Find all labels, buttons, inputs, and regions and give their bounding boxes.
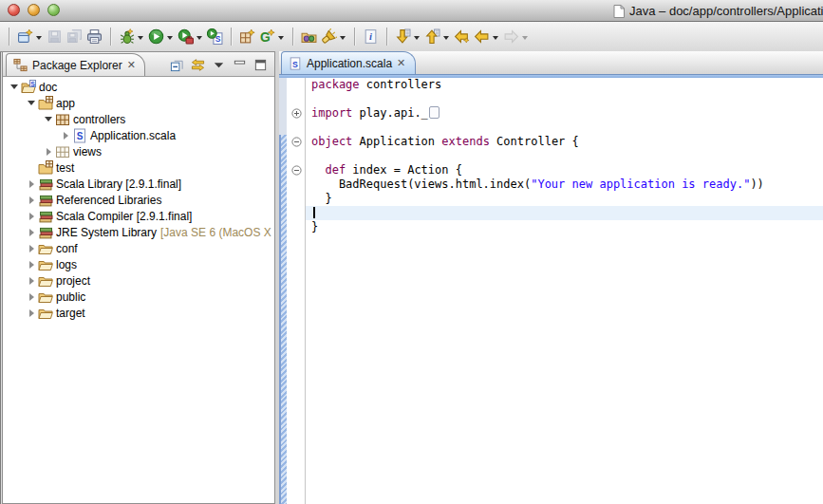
dropdown-arrow-icon[interactable]	[36, 36, 42, 40]
next-annotation-button[interactable]	[393, 25, 422, 48]
minimize-view-button[interactable]	[233, 58, 247, 72]
tree-item-logs[interactable]: logs	[3, 256, 274, 272]
expand-arrow-icon[interactable]	[25, 229, 38, 236]
editor-tabbar: S Application.scala ✕	[279, 51, 823, 74]
code-editor[interactable]: package controllersimport play.api._obje…	[279, 78, 823, 504]
code-line[interactable]: def index = Action {	[287, 163, 823, 177]
fold-marker-icon[interactable]	[287, 106, 306, 121]
traffic-lights	[8, 4, 60, 16]
svg-text:S: S	[30, 80, 35, 86]
tree-item-project[interactable]: project	[3, 272, 274, 289]
expand-arrow-icon[interactable]	[25, 213, 38, 220]
minimize-window-button[interactable]	[28, 4, 40, 16]
back-button[interactable]	[472, 25, 501, 48]
code-line[interactable]	[287, 121, 823, 135]
new-package-wizard-button[interactable]	[237, 25, 257, 48]
tab-package-explorer[interactable]: Package Explorer ✕	[6, 53, 145, 76]
scala-project-icon: S	[21, 80, 36, 95]
search-button[interactable]	[319, 25, 348, 48]
open-plugin-artifact-button[interactable]	[299, 25, 319, 48]
tree-item-views[interactable]: views	[3, 143, 274, 159]
folded-region-box[interactable]	[429, 106, 440, 119]
expand-arrow-icon[interactable]	[25, 101, 38, 105]
expand-arrow-icon[interactable]	[25, 180, 38, 188]
code-line[interactable]	[287, 92, 823, 106]
toggle-mark-occurrences-button[interactable]: i	[361, 25, 381, 48]
expand-arrow-icon[interactable]	[25, 261, 38, 269]
dropdown-arrow-icon[interactable]	[522, 36, 528, 40]
last-edit-location-button[interactable]	[452, 25, 472, 48]
dropdown-arrow-icon[interactable]	[340, 36, 346, 40]
zoom-window-button[interactable]	[47, 4, 60, 16]
package-explorer-tab-label: Package Explorer	[32, 59, 122, 72]
run-history-button[interactable]	[176, 25, 205, 48]
code-line[interactable]	[287, 206, 823, 220]
tree-item-jre-system-library[interactable]: JRE System Library[Java SE 6 (MacOS X De…	[3, 224, 274, 240]
main-toolbar: SGi	[0, 22, 823, 52]
code-line[interactable]: BadRequest(views.html.index("Your new ap…	[287, 177, 823, 192]
dropdown-arrow-icon[interactable]	[138, 36, 143, 40]
fold-ruler-cell	[287, 149, 306, 163]
close-tab-icon[interactable]: ✕	[397, 58, 405, 68]
collapse-all-button[interactable]	[170, 58, 184, 72]
expand-arrow-icon[interactable]	[42, 148, 55, 156]
code-line[interactable]: package controllers	[287, 78, 823, 92]
run-button[interactable]	[146, 25, 176, 48]
new-wizard-g-button[interactable]: G	[257, 25, 287, 48]
tree-item-test[interactable]: test	[3, 159, 274, 176]
expand-arrow-icon[interactable]	[25, 309, 38, 317]
tree-item-referenced-libraries[interactable]: Referenced Libraries	[3, 192, 274, 208]
expand-arrow-icon[interactable]	[25, 196, 38, 204]
expand-arrow-icon[interactable]	[25, 293, 38, 301]
tree-item-conf[interactable]: conf	[3, 240, 274, 256]
expand-arrow-icon[interactable]	[25, 245, 38, 252]
dropdown-arrow-icon[interactable]	[414, 36, 420, 40]
close-view-icon[interactable]: ✕	[127, 60, 136, 70]
package-explorer-tree: SdocappcontrollersSApplication.scalaview…	[3, 77, 274, 503]
tree-item-public[interactable]: public	[3, 289, 274, 305]
code-line[interactable]	[287, 149, 823, 163]
dropdown-arrow-icon[interactable]	[493, 36, 498, 40]
debug-button[interactable]	[117, 25, 146, 48]
view-toolbar	[170, 58, 274, 76]
dropdown-arrow-icon[interactable]	[278, 36, 284, 40]
expand-arrow-icon[interactable]	[25, 277, 38, 285]
tree-item-scala-library-2-9-1-final[interactable]: Scala Library [2.9.1.final]	[3, 176, 274, 192]
expand-arrow-icon[interactable]	[42, 117, 55, 121]
code-line-text: object Application extends Controller {	[306, 135, 823, 149]
tree-item-application-scala[interactable]: SApplication.scala	[3, 127, 274, 143]
save-icon	[47, 28, 63, 45]
maximize-view-button[interactable]	[253, 58, 268, 72]
dropdown-arrow-icon[interactable]	[443, 36, 449, 40]
close-window-button[interactable]	[8, 4, 20, 16]
forward-button	[501, 25, 531, 48]
annotation-ruler[interactable]	[279, 78, 287, 504]
view-menu-button[interactable]	[212, 58, 226, 72]
new-wizard-button[interactable]	[15, 25, 45, 48]
tree-item-scala-compiler-2-9-1-final[interactable]: Scala Compiler [2.9.1.final]	[3, 208, 274, 224]
code-line[interactable]: import play.api._	[287, 106, 823, 121]
tab-application-scala[interactable]: S Application.scala ✕	[281, 51, 416, 74]
expand-arrow-icon[interactable]	[59, 132, 72, 140]
tree-item-target[interactable]: target	[3, 305, 274, 321]
link-with-editor-button[interactable]	[191, 58, 205, 72]
fold-marker-icon[interactable]	[287, 135, 306, 149]
tree-item-doc[interactable]: Sdoc	[3, 79, 274, 95]
previous-annotation-button[interactable]	[422, 25, 452, 48]
title-proxy: Java – doc/app/controllers/Application.s…	[613, 3, 823, 19]
tree-item-app[interactable]: app	[3, 95, 274, 111]
run-scala-application-button[interactable]: S	[205, 25, 225, 48]
tree-item-controllers[interactable]: controllers	[3, 111, 274, 127]
expand-arrow-icon[interactable]	[8, 84, 21, 89]
code-line[interactable]: }	[287, 220, 823, 234]
dropdown-arrow-icon[interactable]	[196, 36, 202, 40]
collapse-all-icon	[170, 58, 184, 72]
library-icon	[38, 209, 53, 224]
folder-icon	[38, 241, 53, 256]
code-line[interactable]: }	[287, 192, 823, 206]
dropdown-arrow-icon[interactable]	[167, 36, 173, 40]
fold-marker-icon[interactable]	[287, 163, 306, 177]
code-line[interactable]: object Application extends Controller {	[287, 135, 823, 149]
print-button[interactable]	[84, 25, 104, 48]
package-folder-icon	[38, 160, 53, 176]
